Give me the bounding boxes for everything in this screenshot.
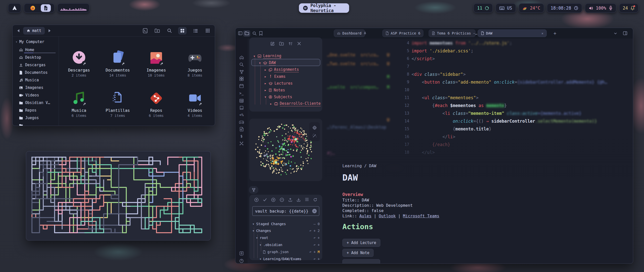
tab-tema-practicas[interactable]: Tema 6 Prácticas -… (429, 29, 475, 37)
sidebar-item-home[interactable]: Home (13, 46, 59, 54)
files-tab-icon[interactable] (243, 30, 250, 37)
folder-documentos[interactable]: Documentos 14 items (98, 50, 137, 88)
dollar-ribbon-icon[interactable]: $ (239, 134, 244, 139)
folder-repos[interactable]: Repos 6 items (137, 90, 176, 126)
discard-icon[interactable]: ↶ (309, 250, 311, 254)
compact-view-button[interactable] (204, 27, 211, 34)
clear-commit-message-icon[interactable]: ✕ (312, 209, 317, 213)
folder-descargas[interactable]: Descargas 2 items (60, 50, 98, 88)
code-template-ribbon-icon[interactable]: <% (239, 112, 244, 117)
stage-icon[interactable]: + (313, 250, 315, 254)
grid-view-button[interactable] (178, 27, 187, 35)
discard-icon[interactable]: ↶ (313, 236, 315, 240)
tray-updates[interactable]: 11 (473, 3, 493, 13)
link-microsoft-teams[interactable]: Microsoft Teams (403, 214, 439, 218)
tree-folder-desarrollo-cliente[interactable]: ▸ Desarrollo-Cliente (269, 101, 321, 107)
obsidian-editor-pane[interactable]: 4import mementoes from '../../store.js';… (324, 39, 633, 263)
sidebar-item-desktop[interactable]: Desktop (13, 54, 59, 61)
unstage-icon[interactable]: — (313, 222, 315, 226)
new-folder-icon[interactable] (279, 42, 284, 46)
tray-notifications[interactable]: 24 (619, 3, 638, 13)
right-sidebar-toggle-icon[interactable] (622, 30, 628, 36)
gamepad-ribbon-icon[interactable] (239, 120, 244, 125)
tray-keyboard-layout[interactable]: US (496, 3, 516, 13)
back-button[interactable] (15, 27, 22, 34)
sidebar-item-repos[interactable]: Repos (13, 107, 59, 114)
link-outlook[interactable]: Outlook (379, 214, 396, 218)
pull-icon[interactable] (297, 198, 301, 202)
change-layout-icon[interactable] (305, 198, 309, 202)
stage-icon[interactable]: + (313, 229, 315, 233)
tree-folder-daw[interactable]: ▾ DAW (258, 60, 276, 66)
graph-settings-gear-icon[interactable] (312, 125, 317, 130)
sidebar-item-clipped[interactable] (13, 122, 59, 126)
sidebar-root-my-computer[interactable]: ▾ My Computer (13, 37, 59, 46)
tab-dashboard[interactable]: Dashboard (334, 29, 365, 37)
commit-and-push-icon[interactable] (254, 198, 259, 202)
file-search-ribbon-icon[interactable] (239, 127, 244, 132)
commit-check-icon[interactable] (263, 198, 267, 202)
stage-icon[interactable]: + (318, 243, 320, 247)
tray-weather[interactable]: 24°C (519, 3, 544, 13)
commit-message-input[interactable] (252, 206, 319, 216)
stage-all-icon[interactable] (271, 198, 275, 202)
collapse-all-icon[interactable] (297, 42, 301, 46)
calendar-ribbon-icon[interactable] (239, 83, 244, 88)
git-changes-row[interactable]: ▾ Changes ↶+2 (252, 228, 320, 234)
new-note-icon[interactable] (270, 42, 275, 46)
book-ribbon-icon[interactable] (239, 105, 244, 110)
breadcrumb[interactable]: matt (23, 27, 45, 35)
sidebar-toggle-icon[interactable] (237, 30, 243, 36)
discard-icon[interactable]: ↶ (313, 243, 315, 247)
sidebar-item-musica[interactable]: Musica (13, 76, 59, 84)
tab-list-chevron-icon[interactable] (612, 30, 618, 36)
add-lecture-button[interactable]: + Add Lecture (342, 239, 380, 247)
tree-folder-notes[interactable]: ▸ Notes (264, 87, 285, 93)
tree-folder-learning[interactable]: ▾ Learning (253, 53, 281, 59)
graph-ribbon-icon[interactable] (239, 69, 244, 74)
sidebar-item-descargas[interactable]: Descargas (13, 61, 59, 69)
graph-view-panel[interactable] (249, 119, 322, 181)
sidebar-item-videos[interactable]: Videos (13, 91, 59, 99)
search-icon[interactable] (166, 27, 173, 34)
git-staged-changes-row[interactable]: ▾ Staged Changes —0 (252, 221, 320, 227)
git-graph-json-row[interactable]: graph.json ↶+M (263, 249, 320, 255)
tree-folder-assignments[interactable]: ▸ Assignments (264, 67, 299, 73)
git-exams-folder-row[interactable]: ▾ Learning/DAW/Exams ↶+ (259, 256, 320, 262)
dashboard-ribbon-icon[interactable] (239, 76, 244, 81)
workspace-firefox[interactable] (28, 4, 38, 12)
folder-juegos[interactable]: Juegos 8 items (176, 50, 214, 88)
sort-icon[interactable] (288, 42, 293, 46)
clipped-action-button[interactable] (342, 259, 380, 263)
vault-switcher-icon[interactable] (239, 251, 244, 256)
unstage-all-icon[interactable] (280, 198, 284, 202)
table-ribbon-icon[interactable] (239, 98, 244, 103)
new-folder-button[interactable] (154, 27, 160, 34)
git-obsidian-folder-row[interactable]: ▾ .obsidian ↶+ (259, 242, 320, 248)
tree-folder-exams[interactable]: ▸ ! Exams (264, 74, 286, 80)
folder-videos[interactable]: Videos 4 items (176, 90, 214, 126)
workspace-active[interactable] (41, 4, 51, 12)
forward-button[interactable] (46, 27, 53, 34)
discard-icon[interactable]: ↶ (313, 257, 315, 261)
help-icon[interactable] (239, 258, 244, 263)
sidebar-item-obsidian-vault[interactable]: Obsidian V… (13, 99, 59, 107)
tree-folder-subjects[interactable]: ▾ Subjects (264, 94, 292, 100)
push-icon[interactable] (288, 198, 292, 202)
refresh-icon[interactable] (313, 198, 317, 202)
folder-imagenes[interactable]: Imagenes 10 items (137, 50, 176, 88)
stage-icon[interactable]: + (318, 236, 320, 240)
discard-icon[interactable]: ↶ (309, 229, 311, 233)
search-ribbon-icon[interactable] (239, 62, 244, 67)
git-root-row[interactable]: ▾ root ↶+ (256, 235, 320, 241)
tree-folder-lectures[interactable]: ▸ Lectures (264, 80, 293, 86)
close-icon[interactable]: ✕ (541, 31, 543, 35)
tray-clock[interactable]: 18:08:28 (547, 3, 582, 13)
tray-volume[interactable]: 100% (585, 3, 616, 13)
stage-icon[interactable]: + (318, 257, 320, 261)
folder-plantillas[interactable]: Plantillas 7 items (98, 90, 137, 126)
folder-musica[interactable]: Musica 6 items (60, 90, 98, 126)
tab-daw[interactable]: DAW ✕ (478, 29, 547, 37)
search-tab-icon[interactable] (251, 30, 257, 36)
new-tab-button[interactable]: + (552, 30, 558, 36)
